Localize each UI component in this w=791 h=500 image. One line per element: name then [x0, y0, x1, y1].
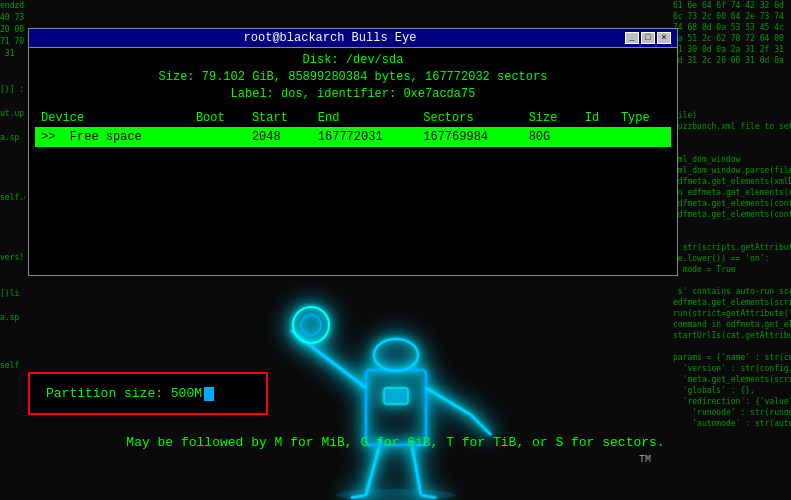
col-device: Device	[35, 109, 190, 127]
col-boot: Boot	[190, 109, 246, 127]
disc-inner	[301, 315, 321, 335]
right-code-bg: 61 6e 64 6f 74 42 32 0d 6c 73 2c 00 64 2…	[673, 0, 791, 500]
right-arm	[426, 388, 471, 415]
col-type: Type	[615, 109, 671, 127]
table-header-row: Device Boot Start End Sectors Size Id Ty…	[35, 109, 671, 127]
tm-badge: TM	[639, 454, 651, 465]
left-foot	[351, 495, 366, 498]
row-id	[579, 127, 615, 147]
body-torso	[366, 370, 426, 445]
left-arm	[316, 350, 366, 388]
hint-text: May be followed by M for MiB, G for GiB,…	[0, 435, 791, 450]
disk-info: Disk: /dev/sda Size: 79.102 GiB, 8589928…	[35, 52, 671, 103]
tron-shadow	[336, 489, 456, 500]
close-button[interactable]: ×	[657, 32, 671, 44]
row-sectors: 167769984	[417, 127, 522, 147]
left-forearm	[291, 330, 316, 350]
row-boot	[190, 127, 246, 147]
right-foot	[421, 495, 436, 498]
disk-label: Disk: /dev/sda	[35, 52, 671, 69]
disk-size: Size: 79.102 GiB, 85899280384 bytes, 167…	[35, 69, 671, 86]
col-end: End	[312, 109, 417, 127]
minimize-button[interactable]: _	[625, 32, 639, 44]
partition-size-label: Partition size: 500M	[46, 386, 250, 401]
chest-detail	[384, 388, 408, 404]
col-sectors: Sectors	[417, 109, 522, 127]
col-start: Start	[246, 109, 312, 127]
fdisk-body: Disk: /dev/sda Size: 79.102 GiB, 8589928…	[29, 48, 677, 275]
table-row: >> Free space 2048 167772031 167769984 8…	[35, 127, 671, 147]
right-forearm	[471, 415, 491, 435]
col-id: Id	[579, 109, 615, 127]
titlebar: root@blackarch Bulls Eye _ □ ×	[29, 29, 677, 48]
fdisk-window: root@blackarch Bulls Eye _ □ × Disk: /de…	[28, 28, 678, 276]
maximize-button[interactable]: □	[641, 32, 655, 44]
row-type	[615, 127, 671, 147]
row-size: 80G	[523, 127, 579, 147]
partition-size-text: Partition size: 500M	[46, 386, 202, 401]
row-device: >> Free space	[35, 127, 190, 147]
row-end: 167772031	[312, 127, 417, 147]
titlebar-title: root@blackarch Bulls Eye	[35, 31, 625, 45]
partition-table: Device Boot Start End Sectors Size Id Ty…	[35, 109, 671, 147]
partition-dialog: Partition size: 500M	[28, 372, 268, 415]
disk-label-line: Label: dos, identifier: 0xe7acda75	[35, 86, 671, 103]
cursor	[204, 387, 214, 401]
col-size: Size	[523, 109, 579, 127]
left-terminal-bg: endzdz: 40 73 68 20 00 09 71 70 31 [)] :…	[0, 0, 25, 500]
row-start: 2048	[246, 127, 312, 147]
head	[374, 339, 418, 371]
identity-disc	[293, 307, 329, 343]
tron-figure	[236, 240, 556, 500]
